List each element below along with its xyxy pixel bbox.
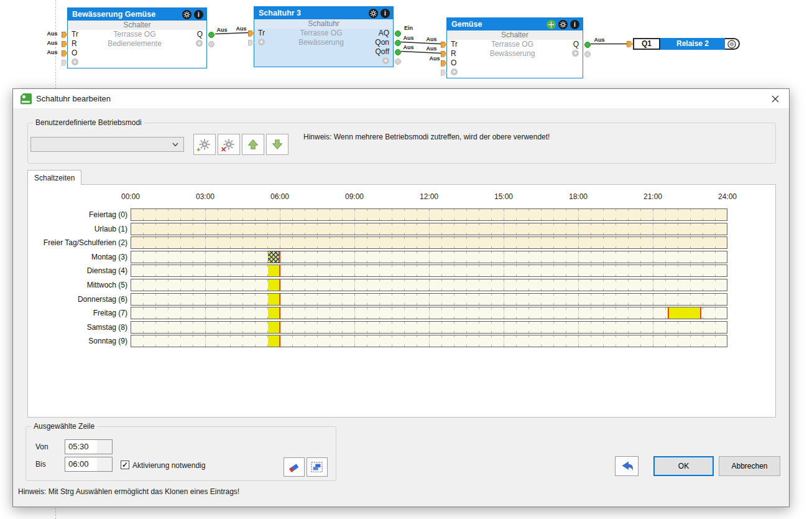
schedule-entry[interactable] [268, 307, 280, 319]
back-arrow-icon [619, 460, 634, 472]
time-axis-label: 15:00 [494, 192, 513, 201]
output-connector-aq[interactable] [395, 30, 401, 37]
erase-entry-button[interactable] [284, 457, 305, 477]
signal-value-label: Aus [236, 26, 246, 32]
schedule-row[interactable] [131, 321, 727, 334]
input-connector-o[interactable] [62, 50, 68, 57]
add-output-icon[interactable]: + [382, 57, 389, 64]
signal-value-label: Aus [216, 27, 227, 33]
output-connector-unused[interactable] [584, 51, 591, 57]
delete-betriebsmodus-button[interactable]: ✕ [218, 134, 240, 155]
signal-value-label: Ein [404, 25, 413, 31]
function-block-bewaesserung-gemuese[interactable]: Bewässerung Gemüse i Schalter Tr Terrass… [67, 7, 207, 68]
signal-value-label: Aus [429, 55, 440, 62]
schedule-entry[interactable] [268, 294, 280, 305]
schedule-entry[interactable] [268, 335, 280, 347]
input-connector-o[interactable] [441, 60, 447, 67]
tab-schaltzeiten[interactable]: Schaltzeiten [27, 170, 81, 185]
von-value: 05:30 [68, 442, 89, 451]
relay-name: Relaise 2 [660, 38, 725, 50]
arrow-down-icon [272, 139, 283, 150]
schedule-row[interactable] [131, 223, 727, 235]
move-crosshair-icon[interactable] [547, 20, 556, 29]
block-io-row: O [68, 49, 206, 58]
cancel-button[interactable]: Abbrechen [719, 456, 780, 476]
schedule-row[interactable] [131, 208, 727, 221]
undo-button[interactable] [615, 456, 639, 476]
add-betriebsmodus-button[interactable]: + [193, 134, 216, 155]
input-connector-r[interactable] [62, 41, 68, 47]
add-output-icon[interactable]: + [196, 40, 203, 47]
von-spin-area[interactable] [97, 440, 112, 454]
gear-icon[interactable] [369, 9, 378, 18]
bis-label: Bis [35, 460, 46, 469]
schedule-entry[interactable] [668, 307, 701, 319]
signal-value-label: Aus [426, 36, 436, 42]
block-header[interactable]: Schaltuhr 3 i [254, 7, 393, 19]
output-connector-unused[interactable] [395, 58, 401, 65]
input-connector-add[interactable] [441, 70, 447, 76]
add-input-icon[interactable]: + [72, 58, 78, 65]
input-connector-tr[interactable] [441, 42, 447, 48]
input-connector-r[interactable] [441, 51, 447, 57]
check-icon: ✓ [122, 461, 128, 469]
input-connector-tr[interactable] [62, 32, 68, 38]
dialog-schaltuhr-bearbeiten: Schaltuhr bearbeiten Benutzerdefinierte … [12, 88, 790, 507]
relay-gear-icon[interactable] [725, 38, 740, 50]
bis-field[interactable]: 06:00 [65, 457, 113, 472]
selection-icon [310, 461, 324, 474]
move-up-button[interactable] [242, 134, 264, 155]
function-block-schaltuhr-3[interactable]: Schaltuhr 3 i Schaltuhr Tr Terrasse OG A… [254, 6, 394, 67]
add-input-icon[interactable]: + [451, 68, 458, 75]
von-field[interactable]: 05:30 [65, 439, 113, 454]
function-block-gemuese[interactable]: Gemüse i Schalter Tr Terrasse OG Q R Bew… [446, 17, 583, 78]
block-io-row: Tr Terrasse OG AQ [254, 29, 393, 38]
info-icon[interactable]: i [381, 9, 390, 18]
schedule-row-label: Montag (3) [29, 251, 127, 263]
schedule-row[interactable] [131, 293, 727, 306]
input-connector-add[interactable] [62, 60, 68, 66]
relay-output-block[interactable]: Q1 Relaise 2 [633, 38, 740, 50]
add-output-icon[interactable]: + [572, 50, 579, 57]
signal-value-label: Aus [47, 49, 57, 55]
dialog-titlebar[interactable]: Schaltuhr bearbeiten [13, 89, 789, 108]
info-icon[interactable]: i [194, 10, 203, 19]
ok-button[interactable]: OK [653, 456, 714, 476]
gear-icon[interactable] [558, 20, 568, 29]
info-icon[interactable]: i [570, 20, 579, 29]
schedule-row[interactable] [131, 307, 727, 319]
relay-port-label: Q1 [633, 38, 660, 50]
output-connector-q[interactable] [208, 32, 215, 38]
add-input-icon[interactable]: + [258, 39, 265, 45]
betriebsmodi-dropdown[interactable] [30, 137, 184, 152]
block-io-row: R Bewässerung + [447, 49, 583, 58]
output-connector-qon[interactable] [395, 40, 401, 46]
gear-icon[interactable] [182, 10, 191, 19]
output-connector-q[interactable] [584, 42, 591, 48]
block-header[interactable]: Bewässerung Gemüse i [68, 8, 206, 21]
bis-spin-area[interactable] [97, 457, 112, 471]
schedule-row[interactable] [131, 251, 727, 263]
schedule-row[interactable] [131, 264, 727, 277]
aktivierung-checkbox[interactable]: ✓ [121, 461, 129, 469]
block-header[interactable]: Gemüse i [447, 18, 583, 30]
schedule-entry[interactable] [268, 265, 280, 276]
block-type-label: Schalter [68, 21, 206, 30]
schedule-entry[interactable] [268, 322, 280, 333]
output-connector-qoff[interactable] [395, 49, 401, 55]
aktivierung-checkbox-label: Aktivierung notwendig [132, 461, 205, 470]
move-down-button[interactable] [266, 134, 288, 155]
block-io-row: + [254, 57, 393, 66]
input-connector-tr[interactable] [248, 30, 254, 37]
schedule-row[interactable] [131, 335, 727, 347]
schedule-row-label: Dienstag (4) [29, 264, 127, 277]
close-icon[interactable] [769, 93, 782, 105]
schedule-row[interactable] [131, 236, 727, 249]
select-entries-button[interactable] [307, 457, 328, 477]
output-connector-unused[interactable] [208, 41, 215, 47]
schedule-row[interactable] [131, 279, 727, 291]
schedule-entry[interactable] [268, 251, 280, 263]
schedule-entry[interactable] [268, 279, 280, 291]
block-io-row: R Bedienelemente + [68, 39, 206, 49]
input-connector-add[interactable] [248, 40, 254, 46]
